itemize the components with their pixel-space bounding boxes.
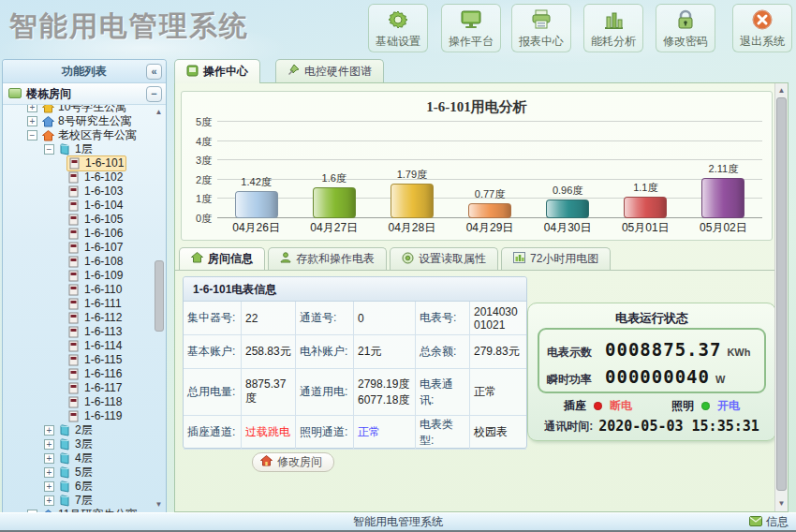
- tree-item-1-6-113[interactable]: 1-6-113: [3, 325, 153, 339]
- expand-icon[interactable]: +: [27, 105, 37, 112]
- sidebar-scrollbar[interactable]: ▲ ▼: [153, 105, 165, 512]
- tree-item-1-6-104[interactable]: 1-6-104: [3, 199, 153, 213]
- tree-item-4层[interactable]: +4层: [3, 451, 153, 466]
- tree-item-1-6-119[interactable]: 1-6-119: [3, 409, 153, 423]
- light-status: 开电: [717, 398, 740, 414]
- tab-read-properties[interactable]: 设置读取属性: [390, 247, 498, 270]
- tree-item-1-6-112[interactable]: 1-6-112: [3, 311, 153, 325]
- field-label: 通道用电:: [296, 369, 354, 416]
- tree-item-label: 1-6-116: [84, 367, 122, 381]
- target-icon: [402, 252, 414, 267]
- tab-room-info[interactable]: 房间信息: [179, 247, 265, 270]
- tab-deposit-operate[interactable]: 存款和操作电表: [268, 247, 387, 270]
- expand-icon[interactable]: +: [44, 467, 54, 478]
- expand-icon[interactable]: +: [44, 439, 54, 450]
- tab-72h-usage[interactable]: 72小时用电图: [501, 247, 611, 270]
- tree-item-label: 7层: [75, 494, 93, 508]
- tree-item-5层[interactable]: +5层: [3, 466, 153, 480]
- tree-item-1-6-105[interactable]: 1-6-105: [3, 213, 153, 227]
- subtab-divider: [175, 270, 788, 271]
- tree-item-1-6-114[interactable]: 1-6-114: [3, 339, 153, 353]
- info-button[interactable]: 信息: [749, 513, 789, 531]
- meter-status-title: 电表运行状态: [528, 310, 775, 327]
- tree-item-10号学生公寓[interactable]: +10号学生公寓: [3, 105, 153, 114]
- scroll-down-icon[interactable]: ▼: [776, 498, 787, 509]
- field-label: 电表通讯:: [416, 369, 470, 416]
- y-tick-label: 5度: [184, 115, 212, 128]
- meter-info-title: 1-6-101电表信息: [184, 277, 526, 302]
- expand-icon[interactable]: +: [44, 425, 54, 436]
- main-scrollbar[interactable]: ▲ ▼: [774, 83, 788, 511]
- scroll-down-icon[interactable]: ▼: [154, 499, 164, 510]
- tree-item-1-6-118[interactable]: 1-6-118: [3, 395, 153, 409]
- tree-item-label: 1-6-109: [84, 269, 123, 283]
- tree-item-老校区青年公寓[interactable]: −老校区青年公寓: [3, 128, 153, 142]
- exit-system-button[interactable]: 退出系统: [732, 4, 792, 52]
- sidebar-header-label: 功能列表: [62, 65, 107, 78]
- expand-icon[interactable]: +: [44, 481, 54, 492]
- tree-item-2层[interactable]: +2层: [3, 423, 153, 437]
- change-password-button[interactable]: 修改密码: [656, 4, 715, 52]
- tree-item-8号研究生公寓[interactable]: +8号研究生公寓: [3, 114, 153, 128]
- y-axis: 0度1度2度3度4度5度: [185, 122, 214, 218]
- sidebar-scrollbar-thumb[interactable]: [155, 260, 164, 332]
- tree-item-7层[interactable]: +7层: [3, 494, 153, 508]
- x-tick-label: 04月26日: [217, 220, 295, 236]
- settings-button[interactable]: 基础设置: [368, 4, 428, 52]
- operation-platform-label: 操作平台: [449, 34, 494, 50]
- tab-operation-center[interactable]: 操作中心: [174, 59, 260, 83]
- tree-item-label: 老校区青年公寓: [58, 128, 137, 142]
- expand-icon[interactable]: +: [44, 453, 54, 464]
- tree-item-1-6-103[interactable]: 1-6-103: [3, 185, 153, 199]
- tree-item-label: 1-6-102: [84, 170, 123, 185]
- x-tick-label: 04月27日: [295, 220, 373, 236]
- tree-item-1-6-110[interactable]: 1-6-110: [3, 283, 153, 297]
- operation-platform-button[interactable]: 操作平台: [441, 4, 501, 52]
- footer-title: 智能用电管理系统: [0, 513, 796, 531]
- tree-item-label: 1-6-110: [84, 283, 122, 297]
- tab-hardware-map[interactable]: 电控硬件图谱: [275, 59, 384, 82]
- tree-item-label: 1-6-117: [84, 381, 122, 395]
- collapse-icon[interactable]: −: [27, 130, 37, 140]
- tree-item-1-6-117[interactable]: 1-6-117: [3, 381, 153, 395]
- field-label: 基本账户:: [184, 335, 242, 369]
- socket-status-dot: [594, 402, 602, 410]
- tree-item-label: 1-6-101: [85, 156, 124, 170]
- edit-room-button[interactable]: 修改房间: [252, 452, 334, 472]
- field-label: 电补账户:: [296, 335, 354, 369]
- tree-item-1层[interactable]: −1层: [3, 142, 153, 156]
- scroll-up-icon[interactable]: ▲: [154, 107, 164, 117]
- tree-item-1-6-102[interactable]: 1-6-102: [3, 170, 153, 185]
- tree-item-1-6-101[interactable]: 1-6-101: [3, 156, 153, 170]
- tree-item-1-6-107[interactable]: 1-6-107: [3, 241, 153, 255]
- main-scrollbar-thumb[interactable]: [776, 97, 787, 491]
- meter-icon: [68, 382, 81, 394]
- tree-item-1-6-115[interactable]: 1-6-115: [3, 353, 153, 367]
- section-collapse-button[interactable]: −: [146, 86, 162, 102]
- scroll-up-icon[interactable]: ▲: [776, 85, 787, 96]
- tree-item-6层[interactable]: +6层: [3, 480, 153, 494]
- energy-analysis-button[interactable]: 能耗分析: [583, 4, 643, 52]
- tree-item-label: 1-6-107: [84, 241, 123, 255]
- expand-icon[interactable]: +: [44, 495, 54, 506]
- tree-item-1-6-109[interactable]: 1-6-109: [3, 269, 153, 283]
- sidebar-collapse-button[interactable]: «: [146, 64, 162, 80]
- socket-status: 断电: [610, 398, 632, 414]
- report-center-button[interactable]: 报表中心: [511, 4, 571, 52]
- expand-icon[interactable]: +: [27, 116, 37, 126]
- building-room-section[interactable]: 楼栋房间 −: [3, 83, 166, 105]
- tree-item-3层[interactable]: +3层: [3, 437, 153, 451]
- field-label: 插座通道:: [184, 416, 242, 450]
- tree-item-1-6-111[interactable]: 1-6-111: [3, 297, 153, 311]
- tree-item-label: 1-6-104: [84, 199, 123, 213]
- field-label: 电表类型:: [416, 416, 470, 450]
- change-password-label: 修改密码: [663, 34, 708, 50]
- pushpin-icon: [287, 64, 300, 79]
- collapse-icon[interactable]: −: [44, 144, 54, 155]
- field-value: 258.83元: [242, 335, 296, 369]
- field-value: 校园表: [470, 416, 526, 450]
- tree-item-1-6-116[interactable]: 1-6-116: [3, 367, 153, 381]
- tree-item-1-6-106[interactable]: 1-6-106: [3, 227, 153, 241]
- tree-item-1-6-108[interactable]: 1-6-108: [3, 255, 153, 269]
- status-bar: 智能用电管理系统 信息: [0, 512, 796, 532]
